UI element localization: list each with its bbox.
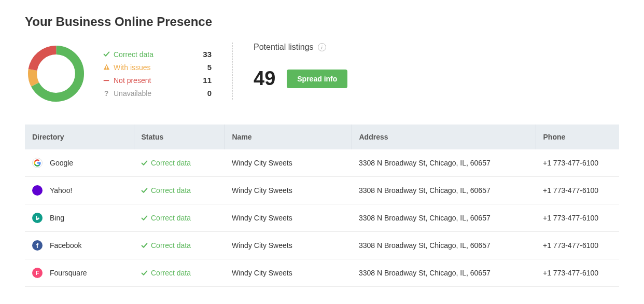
legend-value: 0 [207,89,212,98]
col-header-name[interactable]: Name [225,125,352,149]
check-icon [141,187,148,194]
business-phone: +1 773-477-6100 [536,259,619,287]
legend-value: 33 [203,50,212,59]
legend-value: 5 [207,63,212,72]
table-row[interactable]: Yahoo!Correct dataWindy City Sweets3308 … [25,177,619,204]
legend-label: Unavailable [114,89,151,98]
warning-icon [103,64,110,71]
check-icon [141,242,148,249]
bing-icon [32,213,43,223]
vertical-divider [232,43,233,100]
legend-row-notpresent: Not present 11 [103,74,212,87]
status-cell: Correct data [141,214,217,222]
table-row[interactable]: BingCorrect dataWindy City Sweets3308 N … [25,204,619,232]
directory-name: Facebook [50,241,81,250]
legend-row-correct: Correct data 33 [103,48,212,61]
potential-header: Potential listings i [254,43,347,52]
business-name: Windy City Sweets [225,204,352,232]
spread-info-button[interactable]: Spread info [287,70,347,88]
col-header-address[interactable]: Address [352,125,536,149]
table-row[interactable]: FFoursquareCorrect dataWindy City Sweets… [25,259,619,287]
svg-point-4 [33,50,80,98]
donut-chart [25,43,87,105]
check-icon [141,215,148,222]
business-phone: +1 773-477-6100 [536,204,619,232]
donut-legend-group: Correct data 33 With issues 5 [25,43,212,105]
col-header-directory[interactable]: Directory [25,125,134,149]
business-address: 3308 N Broadway St, Chicago, IL, 60657 [352,177,536,204]
foursquare-icon: F [32,268,43,278]
info-icon[interactable]: i [318,43,326,51]
business-phone: +1 773-477-6100 [536,232,619,259]
directory-name: Google [50,159,73,167]
summary-section: Correct data 33 With issues 5 [25,43,619,105]
business-name: Windy City Sweets [225,232,352,259]
check-icon [141,160,148,167]
question-icon: ? [103,89,110,98]
google-icon [32,158,43,168]
business-address: 3308 N Broadway St, Chicago, IL, 60657 [352,204,536,232]
legend-label: Not present [114,76,151,85]
directory-name: Yahoo! [50,186,72,195]
table-body: GoogleCorrect dataWindy City Sweets3308 … [25,149,619,287]
yahoo-icon [32,185,43,196]
legend: Correct data 33 With issues 5 [103,48,212,100]
facebook-icon: f [32,240,43,251]
potential-count: 49 [254,67,275,90]
status-cell: Correct data [141,159,217,167]
legend-row-issues: With issues 5 [103,61,212,74]
legend-value: 11 [203,76,212,85]
svg-rect-5 [106,66,106,68]
business-phone: +1 773-477-6100 [536,149,619,177]
legend-row-unavailable: ? Unavailable 0 [103,87,212,100]
table-row[interactable]: fFacebookCorrect dataWindy City Sweets33… [25,232,619,259]
check-icon [103,51,110,58]
business-address: 3308 N Broadway St, Chicago, IL, 60657 [352,259,536,287]
listings-table: Directory Status Name Address Phone Goog… [25,125,619,287]
business-phone: +1 773-477-6100 [536,177,619,204]
business-address: 3308 N Broadway St, Chicago, IL, 60657 [352,232,536,259]
potential-listings: Potential listings i 49 Spread info [254,43,347,90]
directory-name: Bing [50,214,64,222]
business-address: 3308 N Broadway St, Chicago, IL, 60657 [352,149,536,177]
legend-label: Correct data [114,50,153,59]
dash-icon [103,77,110,84]
directory-name: Foursquare [50,269,87,277]
legend-label: With issues [114,63,151,72]
status-cell: Correct data [141,269,217,277]
col-header-phone[interactable]: Phone [536,125,619,149]
business-name: Windy City Sweets [225,259,352,287]
business-name: Windy City Sweets [225,177,352,204]
business-name: Windy City Sweets [225,149,352,177]
table-row[interactable]: GoogleCorrect dataWindy City Sweets3308 … [25,149,619,177]
potential-label: Potential listings [254,43,314,52]
check-icon [141,270,148,277]
svg-rect-7 [104,80,109,81]
status-cell: Correct data [141,186,217,195]
status-cell: Correct data [141,241,217,250]
svg-rect-6 [106,68,106,69]
page-title: Your Business Online Presence [25,15,619,29]
col-header-status[interactable]: Status [134,125,225,149]
